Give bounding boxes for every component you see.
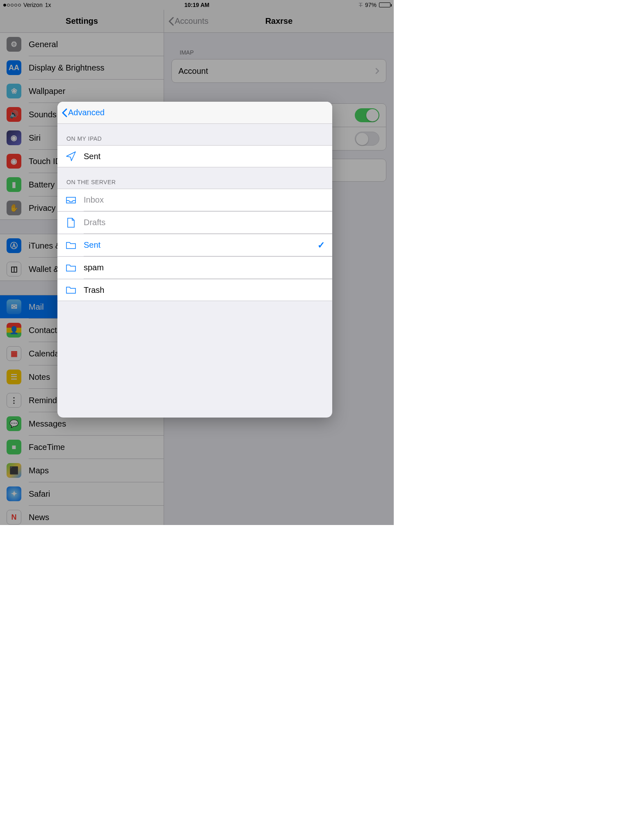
checkmark-icon: ✓ [317,240,325,251]
server-sent-row[interactable]: Sent ✓ [57,234,332,256]
server-drafts-row[interactable]: Drafts [57,211,332,233]
popover-navbar: Advanced [57,102,332,124]
server-drafts-label: Drafts [84,218,325,227]
document-icon [65,217,77,228]
server-trash-label: Trash [84,285,325,295]
folder-icon [65,285,77,294]
mailbox-picker-popover: Advanced ON MY IPAD Sent ON THE SERVER I… [57,102,332,418]
inbox-icon [65,196,77,204]
on-the-server-header: ON THE SERVER [57,167,332,189]
server-trash-row[interactable]: Trash [57,279,332,301]
server-spam-label: spam [84,263,325,272]
paper-plane-icon [65,151,77,162]
local-sent-row[interactable]: Sent [57,145,332,167]
advanced-back-button[interactable]: Advanced [62,108,105,117]
local-sent-label: Sent [84,152,325,161]
advanced-back-label: Advanced [68,108,105,117]
server-inbox-row[interactable]: Inbox [57,189,332,211]
server-spam-row[interactable]: spam [57,256,332,278]
server-sent-label: Sent [84,240,317,250]
screen: Verizon 1x 10:19 AM T̶ 97% Settings ⚙Gen… [0,0,394,525]
folder-icon [65,263,77,272]
server-inbox-label: Inbox [84,195,325,205]
on-my-ipad-header: ON MY IPAD [57,124,332,145]
folder-icon [65,241,77,250]
